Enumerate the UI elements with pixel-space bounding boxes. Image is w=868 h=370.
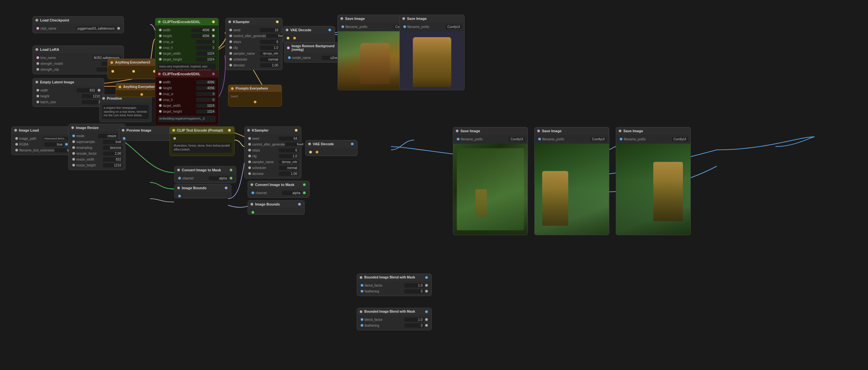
port-out (298, 203, 301, 206)
cw-row: crop_w 0 (155, 39, 218, 44)
port (229, 52, 232, 55)
bb2-title: Bounded Image Blend with Mask (364, 310, 415, 313)
ctp-in (170, 135, 234, 141)
port (15, 137, 18, 140)
si4-header: Save Image (535, 127, 609, 134)
ib1-in (175, 193, 231, 199)
port (620, 138, 622, 141)
node-dot (177, 169, 180, 171)
node-dot (286, 29, 288, 31)
ib2-in (248, 209, 304, 215)
image-resize-node: Image Resize mode resize supersample tru… (68, 124, 125, 170)
pi-in (119, 135, 171, 141)
port (361, 284, 363, 287)
port (159, 52, 162, 55)
node-dot (158, 21, 161, 23)
vd1-title: VAE Decode (290, 28, 311, 32)
port-r (425, 318, 428, 321)
port (248, 143, 251, 146)
ckpt-label: ckpt_name (40, 27, 76, 30)
port (159, 81, 162, 83)
port-r (425, 290, 428, 292)
node-dot (340, 17, 343, 20)
h-row: height 4096 (155, 85, 218, 91)
clip2-title: CLIPTextEncodeSDXL (163, 72, 200, 76)
port-right (98, 89, 100, 92)
il-title: Image Load (19, 128, 39, 132)
cm1-header: Convert Image to Mask (175, 166, 236, 174)
sn-row: sampler_name dpmpp_sde (226, 51, 282, 56)
primitive-text: a origami lion newspaper, standing on a … (102, 105, 149, 119)
height-row: height 1216 (33, 93, 104, 99)
port-out (425, 310, 428, 313)
pe-batch: batch (228, 93, 281, 99)
ir-body: mode resize supersample true resampling … (69, 131, 125, 170)
bf2-row: blend_factor 1.0 (357, 316, 431, 322)
port (72, 146, 75, 149)
port (159, 34, 162, 37)
tw-row: target_width 1024 (155, 51, 218, 56)
cm2-header: Convert Image to Mask (248, 181, 309, 188)
port (248, 137, 251, 140)
port-r (303, 191, 306, 194)
si3-body: filename_prefix ComfyUI (453, 134, 528, 144)
port (251, 211, 254, 214)
node-dot (360, 276, 362, 279)
vd2-in (306, 149, 357, 155)
ip-value: /Volumes/Z.ftr/ComfyUI/ComfyUI-ma (43, 137, 69, 141)
empty-latent-1-body: width 832 height 1216 batch_size 1 (33, 86, 104, 106)
ae3-body (108, 66, 159, 79)
ch-row: crop_h 0 (155, 44, 218, 51)
save-image-2-node: Save Image filename_prefix ComfyUI (400, 14, 465, 90)
den-row: denoise 1.00 (226, 62, 282, 68)
port (251, 191, 254, 194)
res-row: resampling lanczos (69, 145, 125, 151)
pe-title: Prompts Everywhere (236, 87, 268, 90)
vd2-body (306, 148, 357, 156)
port (36, 68, 39, 71)
h-row: height 4096 (155, 33, 218, 39)
port (309, 151, 312, 153)
node-dot (251, 203, 253, 206)
fp2-value: ComfyUI (446, 25, 462, 29)
si2-header: Save Image (400, 15, 464, 22)
node-dot (173, 129, 175, 131)
node-canvas[interactable]: Load Checkpoint ckpt_name juggernautXL.s… (0, 0, 868, 370)
ib1-title: Image Bounds (182, 186, 207, 190)
port (341, 25, 344, 28)
ksampler-1-node: KSampler seed 19 control_after_generate … (225, 18, 282, 70)
fp4-row: filename_prefix ComfyUI (535, 136, 609, 142)
port (173, 137, 176, 140)
bb2-body: blend_factor 1.0 feathering 0 (357, 315, 431, 330)
node-dot (71, 126, 74, 129)
node-dot (14, 129, 17, 131)
clip1-title: CLIPTextEncodeSDXL (163, 20, 200, 24)
ib1-header: Image Bounds (175, 184, 231, 191)
node-dot (228, 21, 231, 23)
node-dot (35, 19, 38, 22)
port (159, 104, 162, 107)
sn-row: sampler_name dpmpp_sde (245, 159, 301, 165)
th-row: target_height 1024 (155, 56, 218, 62)
port-out (303, 183, 306, 186)
ks1-body: seed 19 control_after_generate fixed ste… (226, 25, 282, 70)
load-checkpoint-title: Load Checkpoint (40, 18, 69, 22)
sm-label: strength_model (40, 62, 101, 65)
load-checkpoint-node: Load Checkpoint ckpt_name juggernautXL.s… (33, 16, 124, 33)
node-dot (119, 86, 121, 88)
rh-row: resize_height 1216 (69, 162, 125, 168)
il-header: Image Load (12, 127, 71, 134)
port-out (295, 129, 298, 131)
pi-header: Preview Image (119, 127, 171, 134)
save-image-5-node: Save Image filename_prefix ComfyUI (616, 127, 691, 235)
clip1-header: CLIPTextEncodeSDXL (155, 18, 218, 25)
si3-header: Save Image (453, 127, 528, 134)
save-image-4-node: Save Image filename_prefix ComfyUI (534, 127, 609, 235)
port (254, 101, 256, 103)
port (248, 155, 251, 157)
port (178, 177, 181, 180)
fte-row: filename_text_extension true (12, 147, 71, 153)
port-out (351, 143, 353, 145)
si4-title: Save Image (542, 129, 562, 133)
ae-title: Anything Everywhere (123, 85, 156, 89)
